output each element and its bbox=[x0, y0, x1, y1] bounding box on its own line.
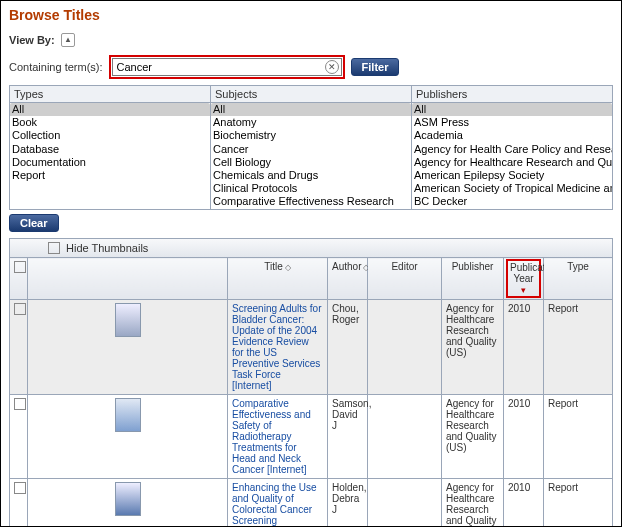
book-thumb-icon bbox=[115, 482, 141, 516]
col-select-all[interactable] bbox=[10, 258, 28, 300]
editor-cell bbox=[368, 395, 442, 479]
row-checkbox[interactable] bbox=[14, 482, 26, 494]
col-publisher[interactable]: Publisher bbox=[442, 258, 504, 300]
book-thumb-icon bbox=[115, 398, 141, 432]
search-row: Containing term(s): ✕ Filter bbox=[9, 55, 613, 79]
containing-terms-label: Containing term(s): bbox=[9, 61, 103, 73]
pubyear-cell: 2010 bbox=[504, 300, 544, 395]
view-by-row: View By: ▴ bbox=[9, 33, 613, 47]
results-table: Title◇ Author◇ Editor Publisher Publicat… bbox=[9, 257, 613, 527]
col-pubyear[interactable]: Publication Year ▾ bbox=[504, 258, 544, 300]
filter-button[interactable]: Filter bbox=[351, 58, 400, 76]
clear-search-icon[interactable]: ✕ bbox=[325, 60, 339, 74]
author-cell: Holden, Debra J bbox=[328, 479, 368, 528]
search-input-wrap: ✕ bbox=[112, 58, 342, 76]
facet-types: Types AllBookCollectionDatabaseDocumenta… bbox=[10, 86, 211, 209]
publishers-select[interactable]: AllASM PressAcademiaAgency for Health Ca… bbox=[412, 103, 612, 209]
author-cell: Samson, David J bbox=[328, 395, 368, 479]
title-link[interactable]: Enhancing the Use and Quality of Colorec… bbox=[232, 482, 317, 526]
facet-subjects-header: Subjects bbox=[211, 86, 411, 103]
title-link[interactable]: Screening Adults for Bladder Cancer: Upd… bbox=[232, 303, 322, 391]
col-title[interactable]: Title◇ bbox=[228, 258, 328, 300]
col-type[interactable]: Type bbox=[544, 258, 613, 300]
type-cell: Report bbox=[544, 300, 613, 395]
hide-thumbnails-checkbox[interactable] bbox=[48, 242, 60, 254]
facet-publishers-header: Publishers bbox=[412, 86, 612, 103]
facet-types-header: Types bbox=[10, 86, 210, 103]
book-thumb-icon bbox=[115, 303, 141, 337]
table-row: Comparative Effectiveness and Safety of … bbox=[10, 395, 613, 479]
type-cell: Report bbox=[544, 395, 613, 479]
type-cell: Report bbox=[544, 479, 613, 528]
facets: Types AllBookCollectionDatabaseDocumenta… bbox=[9, 85, 613, 210]
row-checkbox[interactable] bbox=[14, 303, 26, 315]
clear-row: Clear bbox=[9, 214, 613, 232]
facet-publishers: Publishers AllASM PressAcademiaAgency fo… bbox=[412, 86, 612, 209]
facet-subjects: Subjects AllAnatomyBiochemistryCancerCel… bbox=[211, 86, 412, 209]
publisher-cell: Agency for Healthcare Research and Quali… bbox=[442, 300, 504, 395]
search-input[interactable] bbox=[115, 60, 325, 74]
title-link[interactable]: Comparative Effectiveness and Safety of … bbox=[232, 398, 311, 475]
pubyear-cell: 2010 bbox=[504, 479, 544, 528]
view-by-label: View By: bbox=[9, 34, 55, 46]
editor-cell bbox=[368, 300, 442, 395]
pubyear-cell: 2010 bbox=[504, 395, 544, 479]
search-highlight: ✕ bbox=[109, 55, 345, 79]
col-thumb bbox=[28, 258, 228, 300]
row-checkbox[interactable] bbox=[14, 398, 26, 410]
view-by-toggle[interactable]: ▴ bbox=[61, 33, 75, 47]
col-author[interactable]: Author◇ bbox=[328, 258, 368, 300]
publisher-cell: Agency for Healthcare Research and Quali… bbox=[442, 395, 504, 479]
results-toolbar: Hide Thumbnails bbox=[9, 238, 613, 257]
types-select[interactable]: AllBookCollectionDatabaseDocumentationRe… bbox=[10, 103, 210, 209]
publisher-cell: Agency for Healthcare Research and Quali… bbox=[442, 479, 504, 528]
clear-button[interactable]: Clear bbox=[9, 214, 59, 232]
table-row: Enhancing the Use and Quality of Colorec… bbox=[10, 479, 613, 528]
col-editor[interactable]: Editor bbox=[368, 258, 442, 300]
editor-cell bbox=[368, 479, 442, 528]
hide-thumbnails-label: Hide Thumbnails bbox=[66, 242, 148, 254]
browse-titles-page: Browse Titles View By: ▴ Containing term… bbox=[0, 0, 622, 527]
subjects-select[interactable]: AllAnatomyBiochemistryCancerCell Biology… bbox=[211, 103, 411, 209]
author-cell: Chou, Roger bbox=[328, 300, 368, 395]
page-title: Browse Titles bbox=[9, 7, 613, 23]
table-row: Screening Adults for Bladder Cancer: Upd… bbox=[10, 300, 613, 395]
